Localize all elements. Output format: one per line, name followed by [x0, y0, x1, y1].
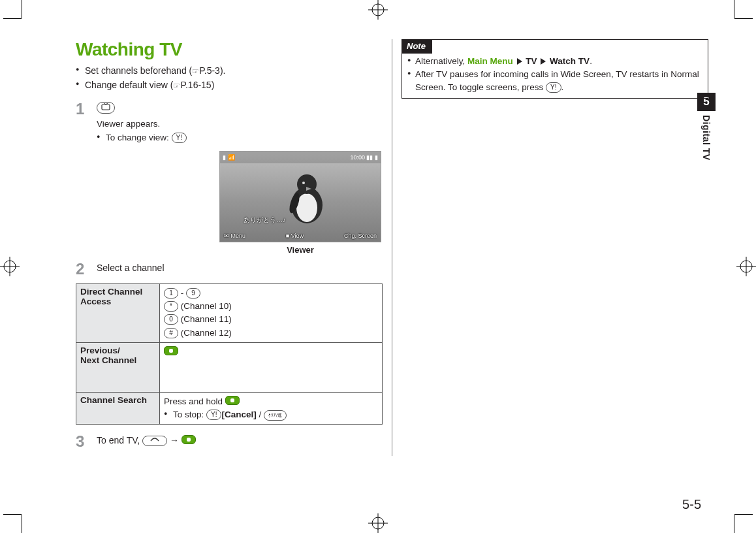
step-3: 3 To end TV, →	[76, 434, 383, 449]
table-row: Previous/ Next Channel	[76, 342, 383, 392]
page-ref-icon: ☞	[173, 80, 180, 92]
svg-point-16	[302, 182, 305, 184]
crop-mark	[734, 514, 753, 515]
left-column: Watching TV Set channels beforehand (☞P.…	[76, 39, 383, 456]
key-star: *	[164, 301, 178, 312]
key-1: 1	[164, 288, 178, 299]
table-header-search: Channel Search	[76, 392, 160, 425]
crop-mark	[734, 0, 734, 18]
note-item: After TV pauses for incoming calls in Wi…	[415, 68, 702, 95]
y-key-icon: Y!	[172, 133, 187, 143]
y-key-icon: Y!	[206, 410, 221, 420]
screenshot-statusbar-top: ▮ 📶 10:00 ▮▮ ▮	[220, 152, 381, 163]
column-divider	[392, 39, 392, 456]
table-header-direct: Direct Channel Access	[76, 283, 160, 342]
nav-key-icon	[164, 346, 178, 355]
table-row: Channel Search Press and hold ● To stop:…	[76, 392, 383, 425]
note-label: Note	[402, 39, 432, 54]
nav-key-icon	[181, 435, 196, 444]
intro-bullet: Change default view (☞P.16-15)	[76, 78, 383, 93]
registration-mark	[736, 257, 756, 276]
page-title: Watching TV	[76, 39, 383, 60]
page-number: 5-5	[682, 497, 701, 512]
registration-mark	[0, 257, 20, 276]
step-number: 2	[76, 261, 89, 277]
right-column: Note Alternatively, Main Menu TV Watch T…	[402, 39, 708, 456]
triangle-icon	[541, 58, 546, 65]
step-number: 1	[76, 101, 89, 144]
note-box: Note Alternatively, Main Menu TV Watch T…	[402, 39, 708, 99]
step-2: 2 Select a channel	[76, 261, 383, 277]
registration-mark	[368, 513, 388, 533]
step-1: 1 Viewer appears. ● To change view: Y!	[76, 101, 383, 144]
table-header-prevnext: Previous/ Next Channel	[76, 342, 160, 392]
svg-rect-12	[102, 105, 110, 110]
tv-key-icon	[97, 102, 115, 114]
screenshot-softkeys: ✉ Menu ■ View Chg. Screen	[220, 230, 381, 242]
screenshot-overlay-text: ありがとう…♪	[244, 216, 286, 225]
step-number: 3	[76, 434, 89, 449]
key-hash: #	[164, 328, 178, 338]
nav-key-icon	[225, 396, 240, 405]
step-1-line: Viewer appears.	[97, 118, 383, 131]
crop-mark	[3, 514, 22, 515]
note-item: Alternatively, Main Menu TV Watch TV.	[415, 55, 702, 68]
key-9: 9	[186, 288, 200, 299]
registration-mark	[368, 0, 388, 20]
crop-mark	[22, 515, 22, 533]
table-row: Direct Channel Access 1 - 9 * (Channel 1…	[76, 283, 383, 342]
crop-mark	[22, 0, 22, 18]
svg-point-15	[297, 174, 317, 194]
intro-bullets: Set channels beforehand (☞P.5-3). Change…	[76, 64, 383, 92]
channel-table: Direct Channel Access 1 - 9 * (Channel 1…	[76, 283, 383, 425]
end-key-icon	[142, 436, 167, 446]
viewer-screenshot: ▮ 📶 10:00 ▮▮ ▮ ありがとう…♪	[219, 151, 383, 242]
step-2-text: Select a channel	[97, 261, 383, 277]
page-ref-icon: ☞	[192, 65, 199, 78]
y-key-icon: Y!	[546, 82, 561, 93]
triangle-icon	[517, 58, 522, 65]
penguin-image	[277, 167, 336, 226]
crop-mark	[734, 18, 753, 19]
key-0: 0	[164, 314, 178, 325]
clear-key-icon: ｸﾘｱ/進	[264, 410, 287, 421]
intro-bullet: Set channels beforehand (☞P.5-3).	[76, 64, 383, 78]
screenshot-caption: Viewer	[219, 245, 381, 255]
svg-point-14	[296, 193, 317, 222]
crop-mark	[3, 18, 22, 19]
crop-mark	[734, 515, 734, 533]
